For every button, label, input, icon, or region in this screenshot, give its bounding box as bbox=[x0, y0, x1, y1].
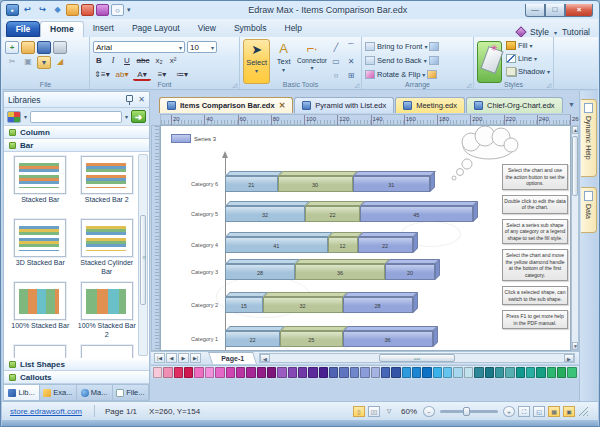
align-shapes-icon[interactable] bbox=[429, 56, 439, 65]
palette-swatch[interactable] bbox=[288, 367, 297, 378]
palette-swatch[interactable] bbox=[267, 367, 276, 378]
drawing-canvas[interactable]: Series 3 Unit Category 1222536Category 2… bbox=[160, 125, 571, 351]
library-shape-item[interactable]: 3D Stacked Bar bbox=[10, 219, 71, 277]
style-menu[interactable]: Style bbox=[530, 27, 549, 37]
last-page-button[interactable]: ▶| bbox=[190, 353, 201, 363]
tab-insert[interactable]: Insert bbox=[84, 21, 123, 37]
copy-icon[interactable]: ▣ bbox=[21, 56, 35, 69]
palette-swatch[interactable] bbox=[505, 367, 514, 378]
grid-icon[interactable]: ▦ bbox=[548, 406, 560, 417]
app-icon[interactable]: ▪ bbox=[6, 4, 19, 16]
doc-tab-pyramid[interactable]: Pyramid with List.edx bbox=[294, 97, 394, 113]
palette-swatch[interactable] bbox=[422, 367, 431, 378]
maximize-button[interactable]: □ bbox=[545, 4, 565, 17]
palette-swatch[interactable] bbox=[163, 367, 172, 378]
close-panel-icon[interactable]: ✕ bbox=[138, 95, 145, 104]
filter-icon[interactable]: ▽ bbox=[383, 406, 395, 417]
scroll-left-icon[interactable]: ◀ bbox=[260, 354, 270, 362]
export-icon[interactable] bbox=[96, 4, 109, 16]
palette-swatch[interactable] bbox=[557, 367, 566, 378]
font-family-select[interactable]: Arial▾ bbox=[93, 41, 185, 53]
callout-note[interactable]: Press F1 to get more help in the PDF man… bbox=[502, 310, 568, 329]
panel-tab-library[interactable]: Lib... bbox=[4, 385, 40, 400]
doc-tab-meeting[interactable]: Meeting.edx bbox=[395, 97, 465, 113]
tab-list-icon[interactable]: ▼ bbox=[568, 101, 575, 108]
tab-help[interactable]: Help bbox=[276, 21, 311, 37]
subscript-button[interactable]: x₂ bbox=[153, 55, 165, 67]
palette-swatch[interactable] bbox=[246, 367, 255, 378]
palette-swatch[interactable] bbox=[215, 367, 224, 378]
italic-button[interactable]: I bbox=[107, 55, 119, 67]
shape-thumb-partial[interactable] bbox=[10, 345, 71, 358]
doc-tab-chief-org[interactable]: Chief-Org-Chart.edx bbox=[466, 97, 563, 113]
first-page-button[interactable]: |◀ bbox=[154, 353, 165, 363]
snap-icon[interactable]: ▣ bbox=[563, 406, 575, 417]
redo-icon[interactable]: ↪ bbox=[36, 4, 49, 16]
palette-swatch[interactable] bbox=[371, 367, 380, 378]
line-tool-icon[interactable]: ╱ bbox=[329, 42, 343, 55]
tutorial-menu[interactable]: Tutorial bbox=[562, 27, 590, 37]
fit-page-icon[interactable]: ⛶ bbox=[518, 406, 530, 417]
scroll-down-icon[interactable]: ▼ bbox=[572, 342, 578, 350]
cut-icon[interactable]: ✂ bbox=[5, 56, 19, 69]
palette-swatch[interactable] bbox=[257, 367, 266, 378]
next-page-button[interactable]: ▶ bbox=[178, 353, 189, 363]
prev-page-button[interactable]: ◀ bbox=[166, 353, 177, 363]
library-search-input[interactable] bbox=[30, 111, 122, 123]
section-bar[interactable]: Bar bbox=[4, 139, 149, 152]
connector-tool-button[interactable]: ⌐∙ Connector▾ bbox=[297, 39, 327, 84]
bar-segment[interactable]: 15 bbox=[225, 297, 263, 313]
bar-segment[interactable]: 12 bbox=[328, 237, 358, 253]
data-tab[interactable]: Data bbox=[581, 187, 597, 233]
superscript-button[interactable]: x² bbox=[167, 55, 179, 67]
select-tool-button[interactable]: ➤ Select▾ bbox=[243, 39, 270, 84]
palette-swatch[interactable] bbox=[381, 367, 390, 378]
shape-thumbnail[interactable] bbox=[81, 345, 133, 358]
zoom-area-icon[interactable]: ◱ bbox=[533, 406, 545, 417]
palette-swatch[interactable] bbox=[226, 367, 235, 378]
shape-thumbnail[interactable] bbox=[14, 156, 66, 194]
section-list-shapes[interactable]: List Shapes bbox=[4, 358, 149, 371]
library-shape-item[interactable]: 100% Stacked Bar 2 bbox=[77, 282, 138, 340]
search-go-button[interactable]: ➜ bbox=[131, 110, 146, 123]
bar-segment[interactable]: 22 bbox=[305, 206, 360, 222]
bar-segment[interactable]: 31 bbox=[353, 176, 431, 192]
library-scrollbar[interactable] bbox=[138, 154, 148, 356]
lock-icon[interactable] bbox=[427, 70, 437, 79]
store-link[interactable]: store.edrawsoft.com bbox=[2, 407, 90, 416]
normal-view-icon[interactable]: ▯ bbox=[353, 406, 365, 417]
font-size-select[interactable]: 10▾ bbox=[187, 41, 217, 53]
palette-swatch[interactable] bbox=[485, 367, 494, 378]
bar-segment[interactable]: 36 bbox=[343, 331, 433, 347]
palette-swatch[interactable] bbox=[464, 367, 473, 378]
palette-swatch[interactable] bbox=[360, 367, 369, 378]
palette-swatch[interactable] bbox=[174, 367, 183, 378]
shape-thumbnail[interactable] bbox=[81, 282, 133, 320]
library-shape-item[interactable]: Stacked Cylinder Bar bbox=[77, 219, 138, 277]
fill-button[interactable]: Fill▾ bbox=[506, 39, 550, 52]
callout-note[interactable]: Select a series sub shape of any categor… bbox=[502, 219, 568, 245]
vertical-scrollbar[interactable]: ▲ ▼ bbox=[571, 125, 579, 351]
callout-note[interactable]: Click a selected shape, can switch to th… bbox=[502, 286, 568, 305]
save-icon[interactable] bbox=[37, 41, 51, 54]
zoom-in-icon[interactable]: + bbox=[503, 406, 515, 417]
shape-thumbnail[interactable] bbox=[81, 219, 133, 257]
paste-icon[interactable]: ▾ bbox=[37, 56, 51, 69]
palette-swatch[interactable] bbox=[205, 367, 214, 378]
shape-thumb-partial[interactable] bbox=[77, 345, 138, 358]
palette-swatch[interactable] bbox=[339, 367, 348, 378]
zoom-slider[interactable] bbox=[440, 410, 498, 413]
font-color-button[interactable]: A▾ bbox=[133, 69, 151, 81]
horizontal-scrollbar-thumb[interactable]: ▪▪▪ bbox=[379, 354, 454, 362]
vertical-scrollbar-thumb[interactable] bbox=[572, 136, 578, 196]
palette-swatch[interactable] bbox=[298, 367, 307, 378]
section-callouts[interactable]: Callouts bbox=[4, 371, 149, 384]
palette-swatch[interactable] bbox=[412, 367, 421, 378]
style-wand-icon[interactable] bbox=[477, 41, 502, 83]
dynamic-help-tab[interactable]: Dynamic Help bbox=[581, 99, 597, 177]
highlight-button[interactable]: ab▾ bbox=[113, 69, 131, 81]
palette-swatch[interactable] bbox=[277, 367, 286, 378]
bar-segment[interactable]: 41 bbox=[225, 237, 328, 253]
palette-swatch[interactable] bbox=[153, 367, 162, 378]
panel-tab-examples[interactable]: Exa... bbox=[40, 385, 76, 400]
